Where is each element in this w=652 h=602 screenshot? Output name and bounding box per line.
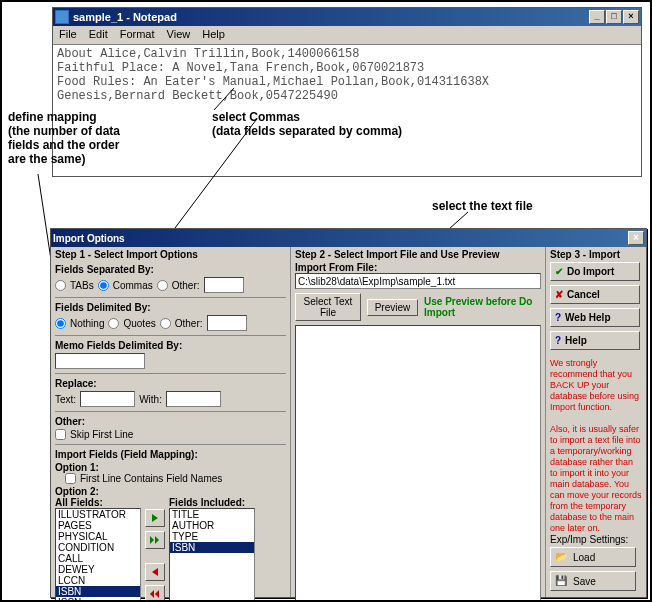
label-quotes: Quotes: [123, 318, 155, 329]
label-commas: Commas: [113, 280, 153, 291]
list-item[interactable]: PAGES: [56, 520, 140, 531]
label-with: With:: [139, 394, 162, 405]
do-import-button[interactable]: ✔Do Import: [550, 262, 640, 281]
menu-file[interactable]: File: [59, 28, 77, 42]
notepad-menubar: File Edit Format View Help: [53, 26, 641, 44]
radio-quotes[interactable]: [108, 318, 119, 329]
checkbox-skip-first[interactable]: [55, 429, 66, 440]
radio-other-del[interactable]: [160, 318, 171, 329]
option1-label: Option 1:: [55, 462, 286, 473]
svg-marker-4: [152, 514, 158, 522]
step2-header: Step 2 - Select Import File and Use Prev…: [295, 249, 541, 260]
fields-del-label: Fields Delimited By:: [55, 302, 286, 313]
import-close-button[interactable]: ×: [628, 231, 644, 245]
help-button[interactable]: ?Help: [550, 331, 640, 350]
svg-marker-5: [150, 536, 154, 544]
menu-edit[interactable]: Edit: [89, 28, 108, 42]
step3-panel: Step 3 - Import ✔Do Import ✘Cancel ?Web …: [546, 247, 646, 597]
fields-sep-label: Fields Separated By:: [55, 264, 286, 275]
add-field-button[interactable]: [145, 509, 165, 527]
step2-panel: Step 2 - Select Import File and Use Prev…: [291, 247, 546, 597]
settings-label: Exp/Imp Settings:: [550, 534, 640, 545]
list-item[interactable]: AUTHOR: [170, 520, 254, 531]
menu-help[interactable]: Help: [202, 28, 225, 42]
svg-marker-8: [150, 590, 154, 598]
input-import-file[interactable]: [295, 273, 541, 289]
list-item[interactable]: TITLE: [170, 509, 254, 520]
list-item[interactable]: CALL: [56, 553, 140, 564]
import-from-label: Import From File:: [295, 262, 541, 273]
svg-marker-9: [155, 590, 159, 598]
notepad-window: sample_1 - Notepad _ □ × File Edit Forma…: [52, 7, 642, 177]
load-button[interactable]: 📂Load: [550, 547, 636, 567]
radio-other-sep[interactable]: [157, 280, 168, 291]
list-item[interactable]: ISBN: [170, 542, 254, 553]
notepad-title: sample_1 - Notepad: [73, 11, 589, 23]
list-item[interactable]: ISBN: [56, 586, 140, 597]
remove-all-button[interactable]: [145, 585, 165, 602]
import-title: Import Options: [53, 233, 628, 244]
preview-area[interactable]: [295, 325, 541, 602]
radio-tabs[interactable]: [55, 280, 66, 291]
all-fields-label: All Fields:: [55, 497, 141, 508]
label-firstline-names: First Line Contains Field Names: [80, 473, 222, 484]
included-label: Fields Included:: [169, 497, 255, 508]
menu-view[interactable]: View: [167, 28, 191, 42]
list-item[interactable]: TYPE: [170, 531, 254, 542]
list-item[interactable]: PHYSICAL: [56, 531, 140, 542]
input-replace-text[interactable]: [80, 391, 135, 407]
input-other-sep[interactable]: [204, 277, 244, 293]
list-item[interactable]: LCCN: [56, 575, 140, 586]
label-other-del: Other:: [175, 318, 203, 329]
save-button[interactable]: 💾Save: [550, 571, 636, 591]
radio-commas[interactable]: [98, 280, 109, 291]
menu-format[interactable]: Format: [120, 28, 155, 42]
cancel-button[interactable]: ✘Cancel: [550, 285, 640, 304]
add-all-button[interactable]: [145, 531, 165, 549]
annotation-select-commas: select Commas (data fields separated by …: [212, 110, 402, 138]
list-item[interactable]: ILLUSTRATOR: [56, 509, 140, 520]
remove-field-button[interactable]: [145, 563, 165, 581]
input-replace-with[interactable]: [166, 391, 221, 407]
svg-marker-6: [155, 536, 159, 544]
disk-icon: 💾: [555, 575, 569, 587]
input-memo-del[interactable]: [55, 353, 145, 369]
folder-icon: 📂: [555, 551, 569, 563]
step1-header: Step 1 - Select Import Options: [55, 249, 286, 260]
label-text: Text:: [55, 394, 76, 405]
label-skip-first: Skip First Line: [70, 429, 133, 440]
replace-label: Replace:: [55, 378, 286, 389]
preview-button[interactable]: Preview: [367, 299, 418, 316]
import-options-window: Import Options × Step 1 - Select Import …: [50, 228, 647, 598]
listbox-all-fields[interactable]: ILLUSTRATORPAGESPHYSICALCONDITIONCALLDEW…: [55, 508, 141, 602]
memo-label: Memo Fields Delimited By:: [55, 340, 286, 351]
radio-nothing[interactable]: [55, 318, 66, 329]
step1-panel: Step 1 - Select Import Options Fields Se…: [51, 247, 291, 597]
input-other-del[interactable]: [207, 315, 247, 331]
annotation-select-file: select the text file: [432, 199, 533, 213]
list-item[interactable]: DEWEY: [56, 564, 140, 575]
notepad-icon: [55, 10, 69, 24]
listbox-included-fields[interactable]: TITLEAUTHORTYPEISBN: [169, 508, 255, 602]
preview-hint: Use Preview before Do Import: [424, 296, 541, 318]
option2-label: Option 2:: [55, 486, 286, 497]
list-item[interactable]: CONDITION: [56, 542, 140, 553]
web-help-button[interactable]: ?Web Help: [550, 308, 640, 327]
label-tabs: TABs: [70, 280, 94, 291]
annotation-define-mapping: define mapping (the number of data field…: [8, 110, 120, 166]
minimize-button[interactable]: _: [589, 10, 605, 24]
step3-header: Step 3 - Import: [550, 249, 642, 260]
close-button[interactable]: ×: [623, 10, 639, 24]
label-nothing: Nothing: [70, 318, 104, 329]
warning-text: We strongly recommend that you BACK UP y…: [550, 358, 642, 534]
svg-marker-7: [152, 568, 158, 576]
import-titlebar: Import Options ×: [51, 229, 646, 247]
select-text-file-button[interactable]: Select Text File: [295, 293, 361, 321]
notepad-titlebar: sample_1 - Notepad _ □ ×: [53, 8, 641, 26]
other-label: Other:: [55, 416, 286, 427]
mapping-label: Import Fields (Field Mapping):: [55, 449, 286, 460]
label-other-sep: Other:: [172, 280, 200, 291]
list-item[interactable]: ISSN: [56, 597, 140, 602]
checkbox-firstline-names[interactable]: [65, 473, 76, 484]
maximize-button[interactable]: □: [606, 10, 622, 24]
